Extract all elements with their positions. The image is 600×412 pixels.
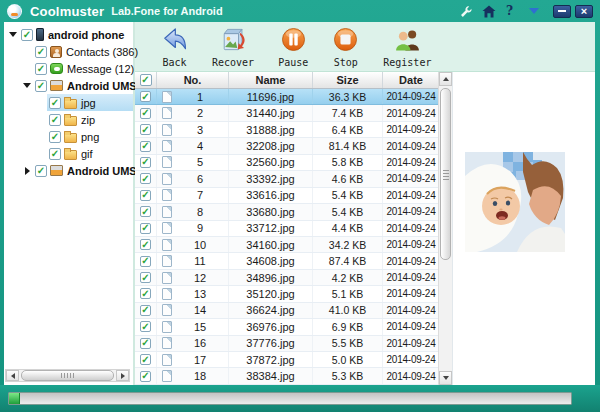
pause-button[interactable]: Pause	[278, 26, 308, 68]
table-row[interactable]: ✓111696.jpg36.3 KB2014-09-24	[135, 89, 438, 105]
recover-button[interactable]: Recover	[212, 26, 254, 68]
table-row[interactable]: ✓331888.jpg6.4 KB2014-09-24	[135, 122, 438, 138]
table-row[interactable]: ✓833680.jpg5.4 KB2014-09-24	[135, 204, 438, 220]
table-row[interactable]: ✓1536976.jpg6.9 KB2014-09-24	[135, 319, 438, 335]
row-checkbox[interactable]: ✓	[140, 272, 151, 283]
cell-no: 2	[157, 105, 229, 120]
row-checkbox[interactable]: ✓	[140, 354, 151, 365]
table-row[interactable]: ✓1134608.jpg87.4 KB2014-09-24	[135, 253, 438, 269]
row-checkbox[interactable]: ✓	[140, 141, 151, 152]
tree-checkbox[interactable]: ✓	[35, 165, 47, 177]
sidebar-item-jpg[interactable]: ✓jpg	[4, 94, 133, 111]
table-row[interactable]: ✓633392.jpg4.6 KB2014-09-24	[135, 171, 438, 187]
titlebar: Coolmuster Lab.Fone for Android ? ×	[0, 0, 600, 22]
row-checkbox[interactable]: ✓	[140, 108, 151, 119]
sidebar-item-zip[interactable]: ✓zip	[4, 111, 133, 128]
minimize-icon	[558, 10, 566, 12]
file-icon	[162, 337, 172, 349]
tree-checkbox[interactable]: ✓	[21, 29, 33, 41]
stop-button[interactable]: Stop	[332, 26, 359, 68]
sidebar-item-gif[interactable]: ✓gif	[4, 145, 133, 162]
tree-checkbox[interactable]: ✓	[49, 97, 61, 109]
tree-checkbox[interactable]: ✓	[49, 131, 61, 143]
file-icon	[162, 304, 172, 316]
table-row[interactable]: ✓1034160.jpg34.2 KB2014-09-24	[135, 237, 438, 253]
cell-size: 5.1 KB	[313, 286, 383, 301]
row-checkbox[interactable]: ✓	[140, 288, 151, 299]
row-checkbox[interactable]: ✓	[140, 157, 151, 168]
row-checkbox[interactable]: ✓	[140, 305, 151, 316]
cell-name: 38384.jpg	[229, 368, 313, 383]
cell-no: 16	[157, 336, 229, 351]
table-row[interactable]: ✓1737872.jpg5.0 KB2014-09-24	[135, 352, 438, 368]
row-checkbox[interactable]: ✓	[140, 338, 151, 349]
home-icon[interactable]	[482, 5, 496, 18]
cell-no: 15	[157, 319, 229, 334]
table-row[interactable]: ✓231440.jpg7.4 KB2014-09-24	[135, 105, 438, 121]
table-vscrollbar[interactable]	[438, 72, 452, 385]
cell-date: 2014-09-24	[383, 188, 438, 203]
cell-name: 32208.jpg	[229, 138, 313, 153]
register-button[interactable]: Register	[383, 26, 431, 68]
hscroll-thumb[interactable]	[21, 370, 114, 381]
back-button[interactable]: Back	[161, 26, 188, 68]
vscroll-thumb[interactable]	[440, 88, 451, 260]
tree-checkbox[interactable]: ✓	[35, 46, 47, 58]
table-row[interactable]: ✓933712.jpg4.4 KB2014-09-24	[135, 221, 438, 237]
sidebar-item-android-phone[interactable]: ✓android phone	[4, 26, 133, 43]
sidebar-item-contacts-386[interactable]: ✓Contacts (386)	[4, 43, 133, 60]
row-checkbox[interactable]: ✓	[140, 124, 151, 135]
row-checkbox[interactable]: ✓	[140, 206, 151, 217]
col-no-header[interactable]: No.	[157, 72, 229, 88]
scroll-left-button[interactable]	[6, 370, 19, 381]
col-name-header[interactable]: Name	[229, 72, 313, 88]
table-row[interactable]: ✓1838384.jpg5.3 KB2014-09-24	[135, 368, 438, 384]
table-row[interactable]: ✓1234896.jpg4.2 KB2014-09-24	[135, 270, 438, 286]
chevron-down-icon[interactable]	[7, 32, 19, 37]
scroll-up-button[interactable]	[439, 72, 452, 86]
scroll-right-button[interactable]	[116, 370, 129, 381]
row-checkbox[interactable]: ✓	[140, 239, 151, 250]
row-checkbox[interactable]: ✓	[140, 256, 151, 267]
row-checkbox[interactable]: ✓	[140, 371, 151, 382]
select-all-checkbox[interactable]: ✓	[140, 74, 152, 86]
row-checkbox[interactable]: ✓	[140, 91, 151, 102]
close-button[interactable]: ×	[575, 5, 593, 18]
tree-checkbox[interactable]: ✓	[49, 148, 61, 160]
sidebar-item-png[interactable]: ✓png	[4, 128, 133, 145]
table-row[interactable]: ✓733616.jpg5.4 KB2014-09-24	[135, 188, 438, 204]
table-row[interactable]: ✓1436624.jpg41.0 KB2014-09-24	[135, 303, 438, 319]
cell-size: 5.5 KB	[313, 336, 383, 351]
sidebar-item-android-ums-com[interactable]: ✓Android UMS Com...	[4, 77, 133, 94]
sidebar-item-message-12[interactable]: ✓Message (12)	[4, 60, 133, 77]
table-row[interactable]: ✓1335120.jpg5.1 KB2014-09-24	[135, 286, 438, 302]
row-checkbox-cell: ✓	[135, 188, 157, 203]
chevron-right-icon[interactable]	[21, 167, 33, 175]
col-date-header[interactable]: Date	[383, 72, 439, 88]
cell-size: 5.3 KB	[313, 368, 383, 383]
tree-checkbox[interactable]: ✓	[35, 80, 47, 92]
tree-checkbox[interactable]: ✓	[49, 114, 61, 126]
select-all-checkbox-cell[interactable]: ✓	[135, 72, 157, 88]
wrench-icon[interactable]	[459, 5, 472, 18]
sidebar-hscrollbar[interactable]	[5, 369, 130, 382]
table-row[interactable]: ✓532560.jpg5.8 KB2014-09-24	[135, 155, 438, 171]
table-row[interactable]: ✓432208.jpg81.4 KB2014-09-24	[135, 138, 438, 154]
row-checkbox[interactable]: ✓	[140, 190, 151, 201]
drive-icon	[50, 80, 63, 91]
row-checkbox[interactable]: ✓	[140, 223, 151, 234]
row-checkbox[interactable]: ✓	[140, 173, 151, 184]
help-icon[interactable]: ?	[506, 4, 513, 18]
sidebar-item-android-ums-com[interactable]: ✓Android UMS Com...	[4, 162, 133, 179]
table-row[interactable]: ✓1637776.jpg5.5 KB2014-09-24	[135, 336, 438, 352]
dropdown-icon[interactable]	[529, 8, 539, 14]
chevron-down-icon[interactable]	[21, 83, 33, 88]
row-checkbox[interactable]: ✓	[140, 321, 151, 332]
table-body: ✓111696.jpg36.3 KB2014-09-24✓231440.jpg7…	[135, 89, 438, 385]
col-size-header[interactable]: Size	[313, 72, 383, 88]
scroll-down-button[interactable]	[439, 371, 452, 385]
row-checkbox-cell: ✓	[135, 105, 157, 120]
minimize-button[interactable]	[553, 5, 571, 18]
tree-checkbox[interactable]: ✓	[35, 63, 47, 75]
pause-icon	[280, 26, 307, 57]
